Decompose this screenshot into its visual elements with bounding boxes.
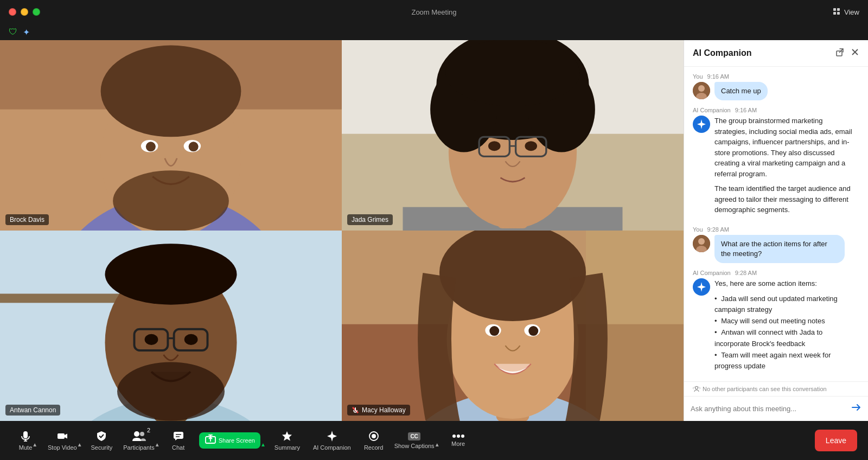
record-label: Record [364, 444, 383, 451]
action-item-3: Antwan will connect with Jada to incorpo… [714, 327, 856, 350]
video-tile-jada: Jada Grimes [342, 40, 684, 231]
ai-send-button[interactable] [851, 402, 861, 416]
mute-arrow[interactable]: ▲ [32, 434, 37, 448]
svg-point-79 [452, 435, 456, 438]
toolbar-share-screen[interactable]: Share Screen ▲ [195, 428, 268, 453]
minimize-button[interactable] [21, 8, 28, 16]
show-captions-label: Show Captions [394, 443, 435, 449]
svg-point-39 [184, 334, 198, 345]
toolbar-ai-companion[interactable]: AI Companion [307, 426, 358, 455]
view-button[interactable]: View [833, 8, 859, 16]
action-items-question-bubble: What are the action items for after the … [714, 235, 845, 263]
toolbar-stop-video[interactable]: Stop Video ▲ [43, 426, 85, 455]
close-icon[interactable] [851, 48, 859, 59]
window-title: Zoom Meeting [411, 8, 456, 16]
title-bar: Zoom Meeting View [0, 0, 868, 24]
svg-rect-1 [837, 8, 840, 11]
toolbar-summary[interactable]: Summary [268, 426, 307, 455]
ai-para-1: The group brainstormed marketing strateg… [714, 116, 856, 179]
svg-rect-3 [837, 12, 840, 15]
toolbar-more[interactable]: More [442, 430, 475, 451]
close-button[interactable] [9, 8, 16, 16]
action-items-list: Jada will send out updated marketing cam… [714, 293, 856, 373]
security-label: Security [91, 444, 113, 451]
toolbar: Mute ▲ Stop Video ▲ Security [0, 421, 868, 460]
summary-icon [281, 430, 293, 442]
security-shield-icon: 🛡 [9, 27, 17, 37]
more-icon [452, 434, 464, 438]
popout-icon[interactable] [835, 48, 844, 59]
msg-time-4: 9:28 AM [735, 270, 757, 276]
svg-rect-66 [23, 431, 28, 438]
ai-action-intro: Yes, here are some action items: [714, 278, 856, 289]
svg-point-81 [461, 435, 464, 438]
macy-name: Macy Halloway [362, 406, 406, 414]
jada-name-badge: Jada Grimes [347, 214, 393, 225]
msg-sender-3: You [693, 226, 703, 233]
main-content: Brock Davis [0, 40, 868, 421]
view-label: View [844, 8, 859, 16]
brock-face-art [0, 40, 342, 231]
brock-name-badge: Brock Davis [5, 214, 49, 225]
share-arrow[interactable]: ▲ [260, 434, 266, 448]
maximize-button[interactable] [33, 8, 40, 16]
mute-label: Mute [19, 444, 32, 451]
msg-text-1: Catch me up [721, 87, 761, 95]
svg-point-24 [445, 40, 580, 106]
leave-button[interactable]: Leave [815, 430, 857, 451]
svg-point-41 [105, 244, 237, 305]
video-arrow[interactable]: ▲ [77, 434, 82, 448]
jada-name: Jada Grimes [352, 216, 388, 223]
participants-arrow[interactable]: ▲ [155, 434, 160, 448]
svg-rect-0 [833, 8, 836, 11]
svg-point-80 [457, 435, 460, 438]
toolbar-participants[interactable]: 2 Participants ▲ [119, 426, 162, 455]
svg-rect-54 [355, 407, 356, 411]
toolbar-show-captions[interactable]: CC Show Captions ▲ [390, 428, 442, 453]
ai-star-art-1 [696, 119, 707, 130]
ai-chat-input[interactable] [691, 405, 846, 413]
msg-sender-2: AI Companion [693, 107, 731, 113]
video-tile-brock: Brock Davis [0, 40, 342, 231]
msg-row-1: Catch me up [693, 82, 859, 100]
svg-point-63 [698, 238, 705, 245]
toolbar-security[interactable]: Security [85, 426, 119, 455]
msg-time-2: 9:16 AM [735, 107, 757, 113]
video-tile-antwan: Antwan Cannon [0, 231, 342, 421]
ai-privacy-note: No other participants can see this conve… [684, 381, 868, 396]
catch-me-up-bubble: Catch me up [714, 82, 768, 100]
grid-icon [833, 8, 841, 16]
shield-icon [95, 430, 107, 442]
action-item-4: Team will meet again next week for progr… [714, 350, 856, 373]
msg-text-3: What are the action items for after the … [721, 240, 827, 258]
cc-icon: CC [408, 432, 420, 440]
toolbar-record[interactable]: Record [358, 426, 390, 455]
toolbar-chat[interactable]: Chat [162, 426, 195, 455]
status-bar: 🛡 ✦ [0, 24, 868, 40]
macy-name-badge: Macy Halloway [347, 405, 410, 416]
participants-icon: 2 [132, 430, 146, 442]
ai-input-area [684, 396, 868, 421]
svg-rect-31 [0, 293, 122, 303]
msg-group-2: AI Companion 9:16 AM The group brainstor… [693, 107, 859, 220]
svg-point-70 [134, 431, 139, 437]
svg-point-38 [145, 334, 158, 345]
msg-sender-4: AI Companion [693, 270, 731, 276]
msg-time-1: 9:16 AM [707, 73, 729, 80]
action-item-2: Macy will send out meeting notes [714, 316, 856, 327]
svg-point-60 [698, 85, 705, 92]
user-avatar-art-2 [693, 235, 710, 252]
svg-rect-69 [58, 433, 65, 439]
chat-label: Chat [172, 444, 184, 451]
svg-rect-55 [837, 51, 842, 56]
msg-meta-4: AI Companion 9:28 AM [693, 270, 859, 276]
toolbar-mute[interactable]: Mute ▲ [11, 426, 43, 455]
record-icon [368, 430, 380, 442]
msg-time-3: 9:28 AM [707, 226, 729, 233]
svg-point-71 [140, 432, 144, 436]
antwan-video [0, 231, 342, 421]
captions-arrow[interactable]: ▲ [435, 434, 440, 448]
share-screen-icon: Share Screen [199, 432, 260, 449]
ai-header-icons [835, 48, 859, 59]
privacy-icon [693, 385, 700, 393]
